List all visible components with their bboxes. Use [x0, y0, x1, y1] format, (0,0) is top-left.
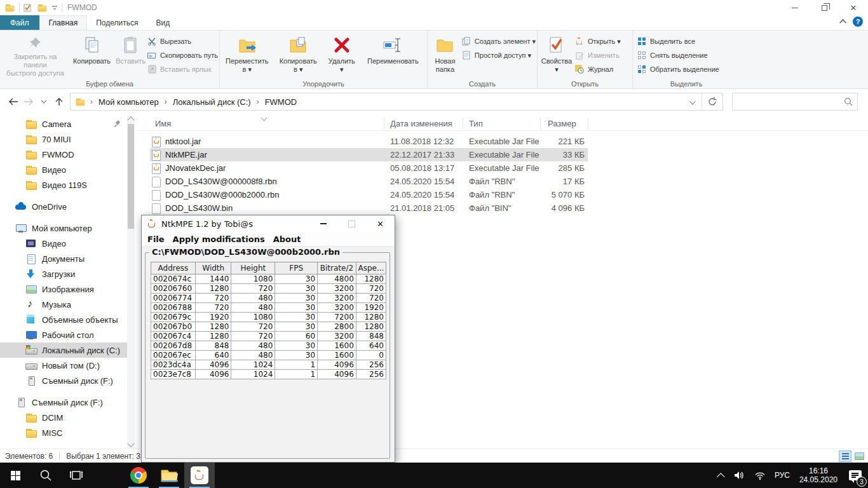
- cell-width[interactable]: 1280: [195, 332, 231, 341]
- pin-to-quick-access-button[interactable]: Закрепить на панелибыстрого доступа: [1, 32, 69, 78]
- cell-aspect[interactable]: 1280: [356, 274, 386, 284]
- cell-fps[interactable]: 30: [275, 274, 318, 284]
- cell-width[interactable]: 848: [195, 341, 231, 351]
- customize-qat-icon[interactable]: [51, 4, 58, 11]
- firmware-table-row[interactable]: 0023dc4a 4096 1024 1 4096 256: [151, 360, 386, 370]
- easy-access-button[interactable]: Простой доступ ▾: [461, 50, 536, 61]
- details-view-button[interactable]: [839, 451, 851, 462]
- scroll-up-icon[interactable]: [127, 116, 134, 123]
- column-header-date[interactable]: Дата изменения: [390, 116, 452, 131]
- cell-height[interactable]: 720: [231, 332, 275, 341]
- cell-width[interactable]: 1280: [195, 322, 231, 332]
- cell-bitrate[interactable]: 2800: [318, 322, 356, 332]
- cell-width[interactable]: 4096: [195, 370, 231, 379]
- cell-bitrate[interactable]: 1600: [318, 341, 356, 351]
- file-row[interactable]: JNovatekDec.jar 05.08.2018 13:17 Executa…: [137, 161, 868, 175]
- cell-bitrate[interactable]: 3200: [318, 284, 356, 294]
- file-row[interactable]: DOD_LS430W@000b2000.rbn 24.05.2020 15:54…: [137, 188, 868, 201]
- recent-locations-icon[interactable]: [37, 95, 51, 109]
- cell-width[interactable]: 1920: [195, 313, 231, 322]
- taskbar-explorer-icon[interactable]: [154, 463, 184, 488]
- menu-file[interactable]: File: [147, 234, 170, 244]
- tab-share[interactable]: Поделиться: [87, 15, 147, 30]
- cell-width[interactable]: 1280: [195, 284, 231, 294]
- cell-address[interactable]: 00206774: [151, 294, 196, 303]
- col-bitrate[interactable]: Bitrate/2: [318, 262, 356, 274]
- cell-height[interactable]: 1024: [231, 360, 275, 370]
- firmware-table-row[interactable]: 002067ec 640 480 30 1600 0: [151, 351, 386, 360]
- refresh-button[interactable]: [702, 93, 722, 110]
- minimize-button[interactable]: [780, 0, 810, 15]
- action-center-icon[interactable]: 3: [843, 463, 868, 488]
- tray-expand-icon[interactable]: [715, 463, 729, 488]
- firmware-table-row[interactable]: 00206788 720 480 30 3200 1920: [151, 303, 386, 313]
- new-folder-button[interactable]: Новаяпапка: [429, 32, 461, 78]
- menu-about[interactable]: About: [273, 234, 307, 244]
- up-button[interactable]: [52, 95, 66, 109]
- sidebar-scrollbar[interactable]: [127, 116, 135, 449]
- col-width[interactable]: Width: [195, 262, 231, 274]
- sidebar-item[interactable]: Видео: [0, 162, 127, 177]
- cell-bitrate[interactable]: 1600: [318, 351, 356, 360]
- sidebar-item[interactable]: Рабочий стол: [0, 327, 127, 342]
- select-none-button[interactable]: Снять выделение: [637, 50, 736, 61]
- cell-width[interactable]: 1440: [195, 274, 231, 284]
- scroll-down-icon[interactable]: [127, 440, 134, 447]
- sidebar-item[interactable]: DCIM: [0, 410, 127, 425]
- cell-aspect[interactable]: 256: [356, 370, 386, 379]
- properties-quick-icon[interactable]: [24, 3, 32, 12]
- file-row[interactable]: DOD_LS430W@000008f8.rbn 24.05.2020 15:54…: [137, 175, 868, 188]
- file-row[interactable]: ntktool.jar 11.08.2018 12:32 Executable …: [137, 135, 868, 148]
- cell-aspect[interactable]: 720: [356, 294, 386, 303]
- sidebar-item[interactable]: Съемный диск (F:): [0, 373, 127, 388]
- cell-width[interactable]: 640: [195, 351, 231, 360]
- delete-button[interactable]: Удалить▾: [323, 32, 360, 78]
- breadcrumb-fwmod[interactable]: FWMOD: [264, 97, 299, 107]
- start-button[interactable]: [0, 463, 31, 488]
- cell-aspect[interactable]: 0: [356, 351, 386, 360]
- sidebar-item[interactable]: Локальный диск (C:): [0, 342, 127, 358]
- cell-bitrate[interactable]: 3200: [318, 332, 356, 341]
- firmware-table-row[interactable]: 00206774 720 480 30 3200 720: [151, 294, 386, 303]
- taskbar-java-icon[interactable]: [184, 463, 215, 488]
- cell-height[interactable]: 720: [231, 284, 275, 294]
- task-view-button[interactable]: [61, 463, 92, 488]
- cell-height[interactable]: 1080: [231, 313, 275, 322]
- cell-height[interactable]: 480: [231, 294, 275, 303]
- firmware-table-row[interactable]: 0020674c 1440 1080 30 4800 1280: [151, 274, 386, 284]
- cell-fps[interactable]: 60: [275, 332, 318, 341]
- select-all-button[interactable]: Выделить все: [637, 36, 736, 47]
- properties-button[interactable]: Свойства▾: [539, 32, 574, 78]
- address-dropdown-icon[interactable]: [684, 93, 702, 110]
- cell-bitrate[interactable]: 4096: [318, 360, 356, 370]
- sidebar-item[interactable]: FWMOD: [0, 147, 127, 162]
- close-button[interactable]: ✕: [839, 0, 868, 15]
- taskbar-search-button[interactable]: [31, 463, 61, 488]
- copy-path-button[interactable]: W..Скопировать путь: [147, 50, 218, 61]
- invert-selection-button[interactable]: Обратить выделение: [637, 64, 736, 75]
- edit-button[interactable]: Изменить: [574, 50, 630, 61]
- cell-fps[interactable]: 30: [275, 351, 318, 360]
- sidebar-item[interactable]: Объемные объекты: [0, 312, 127, 327]
- new-item-button[interactable]: Создать элемент ▾: [461, 36, 536, 47]
- column-header-size[interactable]: Размер: [548, 116, 576, 131]
- column-header-name[interactable]: Имя: [155, 116, 171, 131]
- cell-height[interactable]: 1080: [231, 274, 275, 284]
- move-to-button[interactable]: Переместитьв ▾: [221, 32, 273, 78]
- open-button[interactable]: Открыть ▾: [574, 36, 630, 47]
- cell-height[interactable]: 480: [231, 341, 275, 351]
- search-input[interactable]: [733, 93, 857, 110]
- address-breadcrumb-box[interactable]: › Мой компьютер › Локальный диск (C:) › …: [70, 93, 723, 111]
- history-button[interactable]: Журнал: [574, 64, 630, 75]
- restore-button[interactable]: [810, 0, 839, 15]
- copy-button[interactable]: Копировать: [69, 32, 114, 78]
- cell-height[interactable]: 720: [231, 322, 275, 332]
- firmware-table-row[interactable]: 0023e7c8 4096 1024 1 4096 256: [151, 370, 386, 379]
- cell-width[interactable]: 4096: [195, 360, 231, 370]
- firmware-table[interactable]: Address Width Height FPS Bitrate/2 Aspe.…: [151, 262, 386, 379]
- copy-to-button[interactable]: Копироватьв ▾: [273, 32, 324, 78]
- sidebar-item[interactable]: Видео: [0, 236, 127, 251]
- firmware-table-row[interactable]: 002067c4 1280 720 60 3200 848: [151, 332, 386, 341]
- file-row[interactable]: NtkMPE.jar 22.12.2017 21:33 Executable J…: [137, 148, 868, 161]
- cell-aspect[interactable]: 1280: [356, 313, 386, 322]
